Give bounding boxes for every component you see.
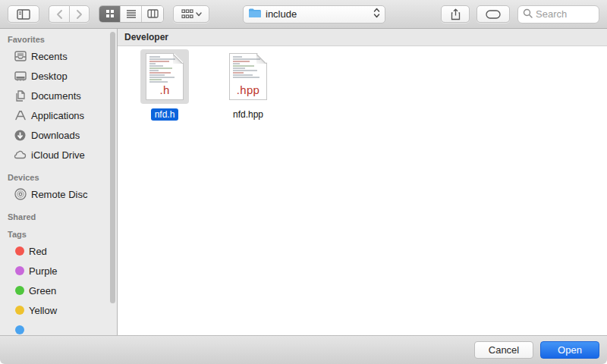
view-mode-segmented-control	[99, 5, 164, 23]
desktop-icon	[14, 70, 27, 83]
applications-icon	[14, 109, 27, 122]
icloud-icon	[14, 149, 27, 162]
documents-icon	[14, 89, 27, 102]
recents-icon	[14, 50, 27, 63]
navigation-buttons	[49, 5, 90, 23]
dialog-footer: Cancel Open	[0, 335, 607, 364]
sidebar-scrollbar[interactable]	[110, 32, 115, 303]
sidebar-tag-purple[interactable]: Purple	[8, 261, 117, 281]
open-button[interactable]: Open	[540, 341, 599, 359]
chevron-down-icon	[196, 12, 202, 17]
folder-icon	[248, 8, 262, 21]
sidebar-tag-blue[interactable]	[8, 320, 117, 335]
devices-section-title: Devices	[8, 173, 117, 182]
favorites-section-title: Favorites	[8, 35, 117, 44]
purple-tag-dot-icon	[15, 266, 24, 275]
sidebar-item-label: Remote Disc	[31, 189, 87, 200]
file-extension-label: .hpp	[230, 83, 266, 96]
sidebar-toggle-icon	[17, 9, 30, 20]
sidebar-item-downloads[interactable]: Downloads	[8, 125, 117, 145]
file-icon-wrap: .hpp	[224, 49, 272, 104]
search-input[interactable]	[536, 8, 592, 20]
yellow-tag-dot-icon	[15, 306, 24, 315]
header-file-icon: .h	[146, 53, 184, 100]
current-folder-label: include	[266, 8, 373, 20]
tags-button[interactable]	[476, 5, 510, 23]
sidebar-item-label: Documents	[31, 90, 81, 102]
share-icon	[451, 8, 461, 20]
file-name-label[interactable]: nfd.h	[151, 108, 179, 121]
file-browser-pane: Developer .h nfd.h	[118, 29, 607, 335]
toggle-sidebar-button[interactable]	[8, 5, 39, 23]
chevron-right-icon	[76, 10, 83, 19]
sidebar-item-label: Recents	[31, 51, 68, 62]
column-view-button[interactable]	[142, 6, 163, 22]
updown-chevrons-icon	[373, 8, 380, 21]
toolbar: include	[0, 0, 607, 29]
search-icon	[523, 8, 533, 21]
sidebar-item-label: iCloud Drive	[31, 149, 85, 161]
file-grid: .h nfd.h .hpp	[118, 46, 607, 121]
header-file-icon: .hpp	[229, 53, 267, 100]
list-view-button[interactable]	[121, 6, 142, 22]
back-button[interactable]	[49, 5, 69, 23]
sidebar-item-recents[interactable]: Recents	[8, 46, 117, 66]
shared-section-title: Shared	[8, 212, 117, 221]
group-header-label: Developer	[124, 32, 168, 42]
icon-view-button[interactable]	[99, 6, 121, 22]
tags-section-title: Tags	[8, 230, 117, 239]
sidebar-item-documents[interactable]: Documents	[8, 86, 117, 105]
forward-button[interactable]	[69, 5, 90, 23]
file-item-nfd-h[interactable]: .h nfd.h	[128, 49, 201, 121]
sidebar-item-label: Downloads	[31, 130, 80, 141]
tag-label: Purple	[29, 265, 58, 277]
sidebar: Favorites Recents Desktop Documents	[0, 29, 118, 335]
file-icon-selection-highlight: .h	[140, 49, 189, 104]
red-tag-dot-icon	[15, 246, 24, 256]
file-item-nfd-hpp[interactable]: .hpp nfd.hpp	[212, 49, 285, 121]
sidebar-item-remote-disc[interactable]: Remote Disc	[8, 184, 117, 204]
green-tag-dot-icon	[15, 286, 24, 295]
column-view-icon	[147, 8, 159, 21]
downloads-icon	[14, 129, 27, 142]
file-extension-label: .h	[146, 83, 183, 96]
arrange-menu-button[interactable]	[173, 5, 209, 23]
blue-tag-dot-icon	[15, 325, 24, 334]
icon-view-icon	[105, 8, 115, 21]
group-header: Developer	[118, 29, 607, 46]
open-file-dialog: include Favorites	[0, 0, 607, 364]
sidebar-tag-yellow[interactable]: Yellow	[8, 300, 117, 320]
file-name-label[interactable]: nfd.hpp	[229, 108, 267, 121]
sidebar-item-desktop[interactable]: Desktop	[8, 66, 117, 86]
sidebar-item-label: Desktop	[31, 71, 68, 82]
disc-icon	[14, 188, 27, 201]
tag-label: Green	[29, 285, 56, 297]
current-folder-dropdown[interactable]: include	[243, 5, 385, 24]
sidebar-tag-red[interactable]: Red	[8, 241, 117, 261]
share-button[interactable]	[441, 5, 470, 23]
cancel-button[interactable]: Cancel	[474, 341, 533, 359]
sidebar-item-applications[interactable]: Applications	[8, 105, 117, 125]
tag-label: Red	[29, 246, 47, 257]
sidebar-item-icloud-drive[interactable]: iCloud Drive	[8, 145, 117, 165]
tag-icon	[486, 10, 501, 19]
list-view-icon	[126, 8, 137, 21]
chevron-left-icon	[56, 10, 63, 19]
arrange-icon	[181, 9, 193, 19]
sidebar-item-label: Applications	[31, 110, 84, 121]
tag-label: Yellow	[29, 305, 57, 316]
sidebar-tag-green[interactable]: Green	[8, 281, 117, 300]
search-field[interactable]	[517, 5, 599, 24]
